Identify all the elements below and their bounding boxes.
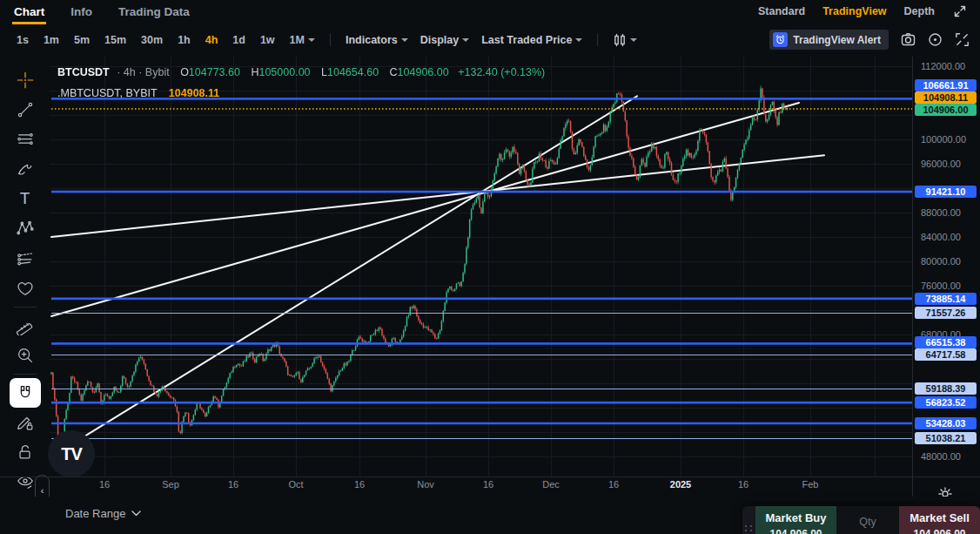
price-axis-label: 84000.00 <box>921 232 961 242</box>
timeframe-1m[interactable]: 1M <box>284 30 321 50</box>
chevron-down-icon <box>630 38 637 42</box>
market-buy-button[interactable]: Market Buy 104,906.00 <box>755 506 836 534</box>
divider <box>597 33 598 46</box>
timeframe-row: 1s1m5m15m30m1h4h1d1w1M <box>10 30 321 50</box>
price-level-badge: 56823.52 <box>915 396 977 409</box>
top-nav: ChartInfoTrading Data StandardTradingVie… <box>0 0 980 23</box>
price-axis-label: 112000.00 <box>921 61 965 71</box>
alert-button-label: TradingView Alert <box>793 34 881 46</box>
interval-exchange-label: · 4h · Bybit <box>117 66 169 78</box>
index-legend: .MBTCUSDT, BYBIT 104908.11 <box>57 87 219 99</box>
timeframe-5m[interactable]: 5m <box>68 30 96 50</box>
date-range-button[interactable]: Date Range <box>65 507 141 520</box>
time-axis-label: Dec <box>542 479 560 490</box>
nav-tab-trading-data[interactable]: Trading Data <box>117 1 191 24</box>
candle-style-button[interactable] <box>607 30 643 51</box>
xabcd-pattern-tool[interactable] <box>10 213 41 243</box>
time-axis-label: Oct <box>288 479 303 490</box>
tradingview-alert-button[interactable]: TradingView Alert <box>769 30 889 50</box>
price-level-badge: 71557.26 <box>915 307 977 319</box>
sell-price: 104,906.00 <box>913 528 965 534</box>
price-level-badge: 59188.39 <box>915 382 977 395</box>
low-label: L <box>321 66 327 78</box>
quantity-input[interactable]: Qty <box>836 506 899 534</box>
divider <box>14 374 37 375</box>
timeframe-1d[interactable]: 1d <box>226 30 252 50</box>
chart-legend: BTCUSDT · 4h · Bybit O104773.60 H105000.… <box>57 66 545 78</box>
high-value: 105000.00 <box>258 66 310 78</box>
price-axis-label: 100000.00 <box>921 134 966 145</box>
time-axis-border <box>0 477 980 477</box>
forecast-tool[interactable] <box>10 243 41 273</box>
open-value: 104773.60 <box>189 66 240 78</box>
target-icon[interactable] <box>927 32 943 48</box>
time-axis-label: 16 <box>354 479 365 490</box>
price-axis-border <box>912 57 913 497</box>
trend-line-tool[interactable] <box>10 95 41 125</box>
time-axis-label: 16 <box>228 479 238 490</box>
chart-mode-standard[interactable]: Standard <box>758 5 805 17</box>
chart-mode-switcher: StandardTradingViewDepth <box>758 0 968 19</box>
change-value: +132.40 (+0.13%) <box>458 66 545 78</box>
drawing-lock-tool[interactable] <box>10 408 41 437</box>
trading-chart-page: ChartInfoTrading Data StandardTradingVie… <box>0 0 980 534</box>
price-axis-label: 80000.00 <box>921 256 961 267</box>
chart-mode-tradingview[interactable]: TradingView <box>822 5 886 17</box>
zoom-in-tool[interactable] <box>10 341 41 370</box>
timeframe-30m[interactable]: 30m <box>135 30 169 50</box>
timeframe-15m[interactable]: 15m <box>98 30 132 50</box>
price-level-badge: 106661.91 <box>915 79 977 91</box>
quick-trade-widget: Market Buy 104,906.00 Qty Market Sell 10… <box>742 506 980 534</box>
timeframe-4h[interactable]: 4h <box>199 30 225 50</box>
time-axis-label: Sep <box>162 479 179 490</box>
time-axis-label: Nov <box>417 479 434 490</box>
display-label: Display <box>420 34 459 46</box>
horizontal-lines-tool[interactable] <box>10 125 41 154</box>
emoji-tool[interactable] <box>10 274 41 303</box>
price-axis-label: 48000.00 <box>921 451 961 462</box>
price-level-badge: 104906.00 <box>915 104 977 116</box>
close-label: C <box>390 66 398 78</box>
lock-tool[interactable] <box>10 437 41 467</box>
divider <box>330 33 331 46</box>
drag-handle[interactable] <box>742 506 755 534</box>
indicators-button[interactable]: Indicators <box>339 30 414 50</box>
qty-placeholder: Qty <box>859 516 876 528</box>
chevron-down-icon <box>131 510 141 517</box>
chevron-down-icon <box>401 38 408 42</box>
divider <box>14 307 37 308</box>
tradingview-watermark: TV <box>48 430 95 477</box>
market-buy-label: Market Buy <box>765 511 826 524</box>
price-mode-button[interactable]: Last Traded Price <box>475 30 588 50</box>
timeframe-1h[interactable]: 1h <box>171 30 197 50</box>
nav-tab-chart[interactable]: Chart <box>12 1 46 24</box>
price-level-badge: 53428.03 <box>915 417 977 429</box>
price-level-badge: 51038.21 <box>915 432 977 444</box>
nav-tabs: ChartInfoTrading Data <box>12 0 191 24</box>
chart-mode-tabs: StandardTradingViewDepth <box>758 5 935 17</box>
market-sell-button[interactable]: Market Sell 104,906.00 <box>899 506 980 534</box>
chart-toolbar: 1s1m5m15m30m1h4h1d1w1M Indicators Displa… <box>0 23 980 57</box>
price-chart[interactable] <box>50 57 912 477</box>
fullscreen-icon[interactable] <box>954 32 970 48</box>
nav-tab-info[interactable]: Info <box>69 1 94 24</box>
measure-tool[interactable] <box>10 311 41 341</box>
chevron-down-icon <box>462 38 469 42</box>
expand-arrows-icon[interactable] <box>952 3 968 19</box>
timeframe-1m[interactable]: 1m <box>37 30 65 50</box>
crosshair-tool[interactable] <box>10 65 41 95</box>
text-tool[interactable]: T <box>10 184 41 213</box>
magnet-tool[interactable] <box>10 378 41 408</box>
symbol-label: BTCUSDT <box>57 66 110 78</box>
buy-price: 104,906.00 <box>769 528 822 534</box>
chart-mode-depth[interactable]: Depth <box>904 5 935 17</box>
display-button[interactable]: Display <box>414 30 475 50</box>
timeframe-1s[interactable]: 1s <box>10 30 35 50</box>
price-level-badge: 73885.14 <box>915 293 977 305</box>
price-level-badge: 66515.38 <box>915 336 977 348</box>
timeframe-1w[interactable]: 1w <box>254 30 281 50</box>
chevron-down-icon <box>575 38 582 42</box>
brush-tool[interactable] <box>10 154 41 184</box>
camera-icon[interactable] <box>900 32 916 48</box>
index-symbol-label: .MBTCUSDT, BYBIT <box>57 87 157 99</box>
